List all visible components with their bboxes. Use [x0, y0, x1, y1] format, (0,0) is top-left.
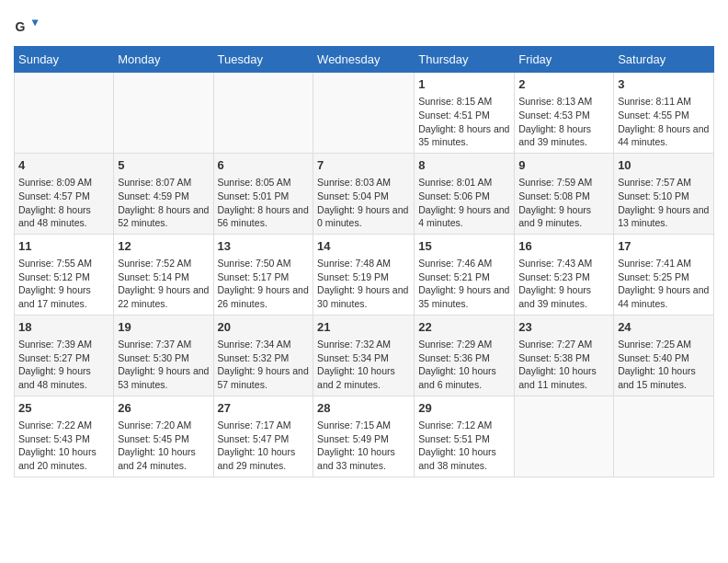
day-number: 16	[518, 238, 609, 255]
day-number: 28	[317, 400, 410, 417]
calendar-day: 12Sunrise: 7:52 AMSunset: 5:14 PMDayligh…	[114, 234, 213, 315]
daylight-text: Daylight: 10 hours and 29 minutes.	[218, 446, 296, 471]
sunset-text: Sunset: 5:06 PM	[418, 190, 490, 201]
calendar-day: 8Sunrise: 8:01 AMSunset: 5:06 PMDaylight…	[415, 153, 515, 234]
day-number: 10	[618, 157, 710, 174]
calendar-day	[313, 73, 415, 154]
calendar-day: 22Sunrise: 7:29 AMSunset: 5:36 PMDayligh…	[415, 315, 515, 396]
daylight-text: Daylight: 9 hours and 4 minutes.	[418, 204, 509, 229]
calendar-day: 11Sunrise: 7:55 AMSunset: 5:12 PMDayligh…	[15, 234, 114, 315]
sunrise-text: Sunrise: 7:59 AM	[518, 177, 592, 188]
sunset-text: Sunset: 5:51 PM	[418, 433, 490, 444]
sunrise-text: Sunrise: 7:20 AM	[118, 419, 191, 431]
daylight-text: Daylight: 8 hours and 44 minutes.	[618, 123, 709, 148]
sunset-text: Sunset: 5:23 PM	[518, 271, 590, 282]
calendar-day: 29Sunrise: 7:12 AMSunset: 5:51 PMDayligh…	[415, 396, 515, 477]
sunrise-text: Sunrise: 8:15 AM	[418, 96, 492, 107]
calendar-day	[213, 73, 313, 154]
sunset-text: Sunset: 4:57 PM	[18, 190, 90, 201]
daylight-text: Daylight: 10 hours and 6 minutes.	[418, 365, 496, 390]
sunset-text: Sunset: 5:25 PM	[618, 271, 689, 282]
calendar-week-row: 18Sunrise: 7:39 AMSunset: 5:27 PMDayligh…	[15, 315, 714, 396]
sunset-text: Sunset: 4:59 PM	[118, 190, 189, 201]
day-number: 26	[118, 400, 209, 417]
sunset-text: Sunset: 5:21 PM	[418, 271, 490, 282]
sunset-text: Sunset: 5:34 PM	[317, 352, 389, 363]
daylight-text: Daylight: 9 hours and 0 minutes.	[317, 204, 408, 229]
day-number: 24	[618, 319, 710, 336]
day-number: 17	[618, 238, 710, 255]
sunset-text: Sunset: 5:49 PM	[317, 433, 389, 444]
day-number: 20	[218, 319, 310, 336]
daylight-text: Daylight: 9 hours and 13 minutes.	[618, 204, 709, 229]
day-number: 9	[518, 157, 609, 174]
header: G	[14, 9, 714, 40]
sunrise-text: Sunrise: 8:09 AM	[18, 177, 92, 188]
calendar-day: 28Sunrise: 7:15 AMSunset: 5:49 PMDayligh…	[313, 396, 415, 477]
daylight-text: Daylight: 9 hours and 26 minutes.	[218, 284, 309, 309]
calendar-day: 24Sunrise: 7:25 AMSunset: 5:40 PMDayligh…	[614, 315, 714, 396]
sunrise-text: Sunrise: 7:46 AM	[418, 258, 492, 269]
calendar-day: 3Sunrise: 8:11 AMSunset: 4:55 PMDaylight…	[614, 73, 714, 154]
daylight-text: Daylight: 10 hours and 33 minutes.	[317, 446, 395, 471]
daylight-text: Daylight: 10 hours and 24 minutes.	[118, 446, 196, 471]
sunrise-text: Sunrise: 7:32 AM	[317, 339, 391, 350]
day-number: 12	[118, 238, 209, 255]
day-number: 21	[317, 319, 410, 336]
calendar-week-row: 4Sunrise: 8:09 AMSunset: 4:57 PMDaylight…	[15, 153, 714, 234]
sunset-text: Sunset: 5:27 PM	[18, 352, 90, 363]
sunset-text: Sunset: 5:45 PM	[118, 433, 189, 444]
sunrise-text: Sunrise: 7:27 AM	[518, 339, 592, 350]
sunset-text: Sunset: 5:14 PM	[118, 271, 189, 282]
sunrise-text: Sunrise: 7:34 AM	[218, 339, 291, 350]
calendar-day: 1Sunrise: 8:15 AMSunset: 4:51 PMDaylight…	[415, 73, 515, 154]
sunset-text: Sunset: 4:55 PM	[618, 109, 689, 121]
sunset-text: Sunset: 5:10 PM	[618, 190, 689, 201]
calendar-day: 16Sunrise: 7:43 AMSunset: 5:23 PMDayligh…	[515, 234, 614, 315]
day-number: 23	[518, 319, 609, 336]
sunrise-text: Sunrise: 8:13 AM	[518, 96, 592, 107]
sunset-text: Sunset: 5:30 PM	[118, 352, 189, 363]
sunset-text: Sunset: 4:53 PM	[518, 109, 590, 121]
calendar-week-row: 11Sunrise: 7:55 AMSunset: 5:12 PMDayligh…	[15, 234, 714, 315]
calendar-header-row: SundayMondayTuesdayWednesdayThursdayFrid…	[15, 47, 714, 73]
daylight-text: Daylight: 9 hours and 39 minutes.	[518, 284, 591, 309]
day-number: 19	[118, 319, 209, 336]
day-number: 14	[317, 238, 410, 255]
day-number: 27	[218, 400, 310, 417]
calendar-day	[614, 396, 714, 477]
sunrise-text: Sunrise: 7:50 AM	[218, 258, 291, 269]
sunrise-text: Sunrise: 7:37 AM	[118, 339, 191, 350]
col-header-wednesday: Wednesday	[313, 47, 415, 73]
daylight-text: Daylight: 9 hours and 9 minutes.	[518, 204, 591, 229]
sunrise-text: Sunrise: 7:39 AM	[18, 339, 92, 350]
logo: G	[14, 15, 43, 40]
daylight-text: Daylight: 10 hours and 15 minutes.	[618, 365, 696, 390]
sunrise-text: Sunrise: 8:11 AM	[618, 96, 691, 107]
sunrise-text: Sunrise: 7:43 AM	[518, 258, 592, 269]
daylight-text: Daylight: 9 hours and 22 minutes.	[118, 284, 209, 309]
sunrise-text: Sunrise: 8:07 AM	[118, 177, 191, 188]
calendar-day: 7Sunrise: 8:03 AMSunset: 5:04 PMDaylight…	[313, 153, 415, 234]
calendar-day: 5Sunrise: 8:07 AMSunset: 4:59 PMDaylight…	[114, 153, 213, 234]
day-number: 5	[118, 157, 209, 174]
day-number: 22	[418, 319, 510, 336]
sunset-text: Sunset: 5:12 PM	[18, 271, 90, 282]
sunrise-text: Sunrise: 8:05 AM	[218, 177, 291, 188]
calendar-day: 9Sunrise: 7:59 AMSunset: 5:08 PMDaylight…	[515, 153, 614, 234]
calendar-week-row: 25Sunrise: 7:22 AMSunset: 5:43 PMDayligh…	[15, 396, 714, 477]
sunset-text: Sunset: 5:38 PM	[518, 352, 590, 363]
day-number: 15	[418, 238, 510, 255]
daylight-text: Daylight: 9 hours and 48 minutes.	[18, 365, 91, 390]
day-number: 13	[218, 238, 310, 255]
sunset-text: Sunset: 5:08 PM	[518, 190, 590, 201]
sunrise-text: Sunrise: 7:55 AM	[18, 258, 92, 269]
sunrise-text: Sunrise: 7:41 AM	[618, 258, 691, 269]
col-header-thursday: Thursday	[415, 47, 515, 73]
calendar-day: 21Sunrise: 7:32 AMSunset: 5:34 PMDayligh…	[313, 315, 415, 396]
daylight-text: Daylight: 8 hours and 48 minutes.	[18, 204, 91, 229]
sunset-text: Sunset: 4:51 PM	[418, 109, 490, 121]
daylight-text: Daylight: 10 hours and 38 minutes.	[418, 446, 496, 471]
day-number: 25	[18, 400, 109, 417]
day-number: 4	[18, 157, 109, 174]
